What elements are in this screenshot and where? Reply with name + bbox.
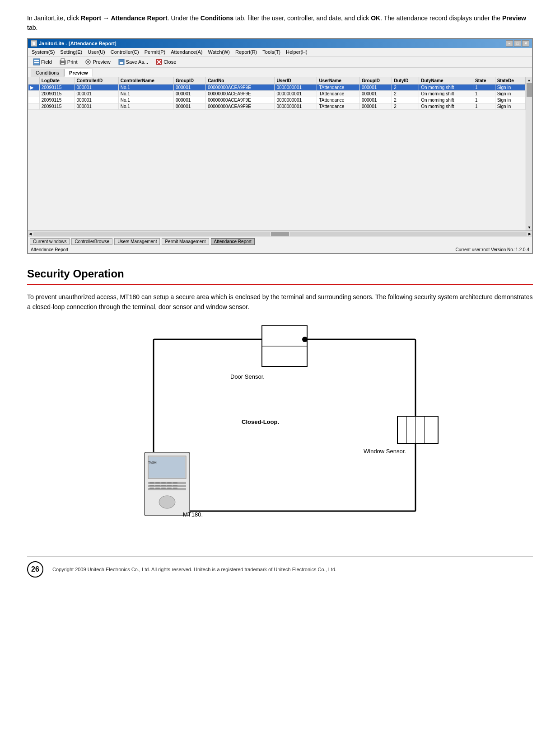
svg-rect-39: [161, 488, 166, 489]
col-groupid: GroupID: [173, 77, 205, 85]
print-icon: [59, 58, 66, 66]
menu-system[interactable]: System(S): [30, 49, 56, 55]
svg-rect-17: [397, 416, 438, 443]
maximize-button[interactable]: □: [514, 40, 521, 47]
print-button[interactable]: Print: [57, 57, 80, 66]
col-arrow: [28, 77, 40, 85]
titlebar-left: 🗑 JanitorLite - [Attendance Report]: [31, 40, 117, 47]
table-cell: ▶: [28, 85, 40, 91]
col-controllername: ControllerName: [118, 77, 173, 85]
svg-rect-5: [61, 63, 65, 65]
table-cell: 00000000ACEA9F9E: [206, 91, 275, 97]
table-cell: On morning shift: [419, 85, 473, 91]
table-cell: 20090115: [39, 91, 75, 97]
table-cell: Sign in: [495, 91, 525, 97]
field-button[interactable]: Field: [31, 57, 54, 66]
table-cell: 000001: [359, 85, 392, 91]
table-cell: 20090115: [39, 97, 75, 103]
table-cell: 0000000001: [275, 91, 317, 97]
svg-rect-2: [34, 62, 39, 63]
taskbar-controllerbrowse[interactable]: ControllerBrowse: [71, 238, 112, 245]
taskbar-permit-management[interactable]: Permit Management: [162, 238, 209, 245]
table-cell: TAttendance: [317, 103, 360, 110]
preview-icon: [84, 58, 92, 66]
table-cell: 000001: [359, 103, 392, 110]
col-username: UserName: [317, 77, 360, 85]
table-cell: 1: [473, 97, 495, 103]
col-controllerid: ControllerID: [75, 77, 118, 85]
col-dutyname: DutyName: [419, 77, 473, 85]
statusbar: Attendance Report Current user:root Vers…: [28, 246, 532, 253]
menu-user[interactable]: User(U): [86, 49, 107, 55]
taskbar-attendance-report[interactable]: Attendance Report: [211, 238, 255, 245]
col-groupid2: GroupID: [359, 77, 392, 85]
menu-watch[interactable]: Watch(W): [206, 49, 232, 55]
table-scroll-area: LogDate ControllerID ControllerName Grou…: [28, 77, 532, 230]
svg-rect-35: [167, 485, 172, 486]
window-controls[interactable]: − □ ✕: [506, 40, 529, 47]
section-title: Security Operation: [27, 268, 533, 285]
saveas-button[interactable]: Save As...: [116, 57, 151, 66]
statusbar-left: Attendance Report: [31, 247, 68, 252]
scrollbar-thumb[interactable]: [527, 83, 532, 97]
app-icon: 🗑: [31, 40, 37, 47]
menu-tools[interactable]: Tools(T): [261, 49, 282, 55]
vertical-scrollbar[interactable]: ▲ ▼: [526, 77, 532, 230]
tab-preview[interactable]: Preview: [64, 69, 93, 77]
window-sensor-label: Window Sensor.: [364, 448, 406, 455]
preview-button[interactable]: Preview: [82, 57, 112, 66]
closed-loop-label: Closed-Loop.: [242, 418, 279, 425]
close-button[interactable]: ✕: [522, 40, 529, 47]
menu-controller[interactable]: Controller(C): [109, 49, 141, 55]
table-cell: 20090115: [39, 103, 75, 110]
table-cell: 000001: [173, 97, 205, 103]
col-statede: StateDe: [495, 77, 525, 85]
svg-rect-4: [61, 59, 65, 61]
table-cell: 0000000001: [275, 103, 317, 110]
svg-text:TASHI: TASHI: [148, 461, 157, 464]
menu-setting[interactable]: Setting(E): [58, 49, 84, 55]
section-description: To prevent unauthorized access, MT180 ca…: [27, 292, 533, 312]
svg-rect-33: [155, 485, 160, 486]
svg-rect-31: [173, 482, 177, 484]
page-number: 26: [27, 561, 43, 578]
col-cardno: CardNo: [206, 77, 275, 85]
table-cell: 0000000001: [275, 97, 317, 103]
taskbar-current-windows[interactable]: Current windows: [30, 238, 70, 245]
svg-point-16: [302, 337, 308, 342]
saveas-label: Save As...: [126, 59, 149, 65]
table-cell: 00000000ACEA9F9E: [206, 85, 275, 91]
field-icon: [33, 58, 40, 66]
window-titlebar: 🗑 JanitorLite - [Attendance Report] − □ …: [28, 39, 532, 48]
table-cell: 1: [473, 103, 495, 110]
table-cell: No.1: [118, 97, 173, 103]
table-row: 20090115000001No.100000100000000ACEA9F9E…: [28, 97, 526, 103]
menu-report[interactable]: Report(R): [233, 49, 259, 55]
table-cell: 000001: [75, 91, 118, 97]
table-cell: 00000000ACEA9F9E: [206, 103, 275, 110]
table-cell: No.1: [118, 103, 173, 110]
svg-rect-30: [167, 482, 172, 484]
horizontal-scrollbar[interactable]: ◀ ▶: [28, 230, 532, 237]
svg-rect-9: [120, 62, 123, 64]
table-cell: 20090115: [39, 85, 75, 91]
table-cell: No.1: [118, 85, 173, 91]
table-cell: On morning shift: [419, 97, 473, 103]
toolbar: Field Print Preview Save As... Close: [28, 56, 532, 68]
svg-rect-40: [167, 488, 172, 489]
close-toolbar-button[interactable]: Close: [153, 57, 178, 66]
table-cell: On morning shift: [419, 103, 473, 110]
menu-permit[interactable]: Permit(P): [143, 49, 167, 55]
table-header-row: LogDate ControllerID ControllerName Grou…: [28, 77, 526, 85]
menu-attendance[interactable]: Attendance(A): [169, 49, 204, 55]
mt180-label: MT180.: [183, 511, 203, 518]
table-cell: No.1: [118, 91, 173, 97]
table-cell: 000001: [359, 91, 392, 97]
tab-conditions[interactable]: Conditions: [31, 69, 64, 77]
col-state: State: [473, 77, 495, 85]
minimize-button[interactable]: −: [506, 40, 513, 47]
table-cell: 1: [473, 91, 495, 97]
close-toolbar-icon: [155, 58, 163, 66]
menu-helper[interactable]: Helper(H): [284, 49, 309, 55]
taskbar-users-management[interactable]: Users Management: [114, 238, 160, 245]
